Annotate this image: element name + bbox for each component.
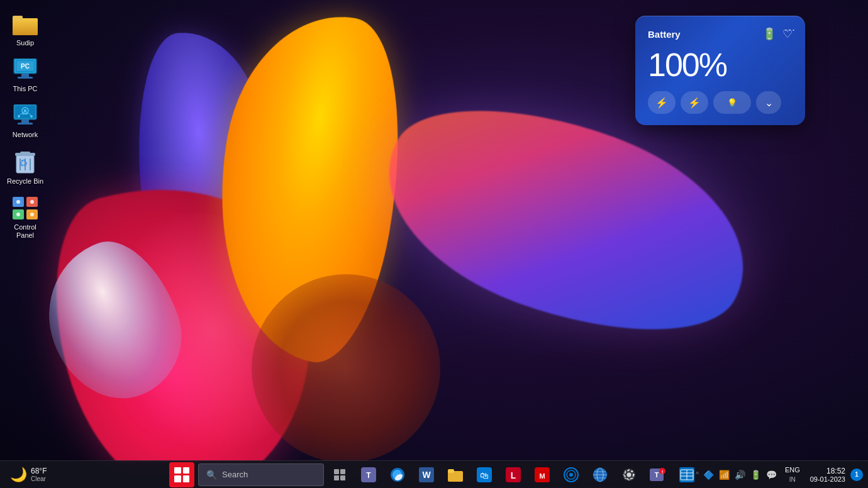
control-panel-icon bbox=[13, 196, 38, 221]
win-grid-tl bbox=[174, 467, 181, 474]
recycle-svg: ♻ bbox=[14, 150, 36, 174]
pc-svg: PC bbox=[13, 58, 38, 81]
brightness-button[interactable]: 💡 bbox=[713, 91, 751, 114]
svg-text:🛍: 🛍 bbox=[480, 470, 489, 480]
svg-text:L: L bbox=[511, 470, 516, 480]
win-grid-bl bbox=[174, 475, 181, 482]
weather-widget[interactable]: 🌙 68°F Clear bbox=[5, 464, 55, 485]
task-view-button[interactable] bbox=[326, 462, 353, 488]
taskbar-settings[interactable] bbox=[616, 462, 642, 488]
svg-point-35 bbox=[30, 213, 34, 216]
tray-icon-wifi[interactable]: 📶 bbox=[717, 467, 732, 482]
desktop-icon-sudip[interactable]: Sudip bbox=[0, 6, 50, 52]
battery-header-icon: 🔋 bbox=[762, 27, 776, 41]
taskbar-center: 🔍 Search T bbox=[168, 461, 700, 489]
widget-more-button[interactable]: ··· bbox=[784, 23, 796, 36]
folder-icon bbox=[13, 11, 38, 36]
start-button-grid bbox=[169, 462, 194, 487]
svg-point-62 bbox=[627, 472, 632, 477]
clock-date: 09-01-2023 bbox=[810, 475, 845, 483]
notification-badge[interactable]: 1 bbox=[850, 469, 863, 481]
desktop: Sudip PC This PC bbox=[0, 0, 868, 488]
desktop-icon-control-panel[interactable]: Control Panel bbox=[0, 191, 50, 245]
tray-icon-1[interactable]: 🔷 bbox=[701, 467, 716, 482]
taskbar-globe-browser[interactable] bbox=[587, 462, 613, 488]
svg-text:W: W bbox=[422, 470, 431, 480]
folder-svg bbox=[13, 13, 38, 35]
taskbar-edge[interactable] bbox=[384, 462, 411, 488]
svg-point-19 bbox=[18, 115, 20, 118]
clock-time: 18:52 bbox=[826, 467, 845, 475]
weather-condition: Clear bbox=[31, 475, 47, 482]
tray-icon-volume[interactable]: 🔊 bbox=[733, 467, 747, 482]
svg-rect-7 bbox=[18, 77, 33, 79]
svg-rect-36 bbox=[334, 469, 339, 474]
tray-icon-battery-tray[interactable]: 🔋 bbox=[748, 467, 763, 482]
outlook-icon bbox=[679, 467, 694, 482]
control-panel-svg bbox=[13, 197, 38, 219]
start-button[interactable] bbox=[168, 461, 196, 489]
svg-point-34 bbox=[16, 213, 20, 216]
search-icon: 🔍 bbox=[206, 470, 217, 480]
win-grid-tr bbox=[183, 467, 190, 474]
taskbar: 🌙 68°F Clear 🔍 Search bbox=[0, 460, 868, 488]
svg-text:M: M bbox=[539, 472, 545, 480]
svg-rect-38 bbox=[334, 475, 339, 480]
cortana-icon bbox=[564, 467, 579, 482]
svg-rect-46 bbox=[448, 469, 454, 473]
power-mode-button[interactable]: ⚡ bbox=[681, 91, 708, 114]
svg-text:PC: PC bbox=[21, 63, 30, 70]
taskbar-outlook[interactable] bbox=[674, 462, 700, 488]
svg-rect-2 bbox=[13, 16, 23, 21]
network-svg: 🖧 bbox=[13, 104, 38, 127]
battery-percentage: 100% bbox=[648, 46, 793, 84]
desktop-icon-recycle-bin-label: Recycle Bin bbox=[7, 177, 43, 186]
desktop-icon-network[interactable]: 🖧 Network bbox=[0, 98, 50, 144]
desktop-icon-sudip-label: Sudip bbox=[16, 39, 34, 47]
svg-text:♻: ♻ bbox=[19, 158, 28, 169]
pc-icon: PC bbox=[13, 57, 38, 82]
language-indicator[interactable]: ENG IN bbox=[780, 463, 805, 485]
svg-rect-37 bbox=[340, 469, 345, 474]
battery-saver-button[interactable]: ⚡ bbox=[648, 91, 676, 114]
win-grid-br bbox=[183, 475, 190, 482]
svg-rect-13 bbox=[18, 123, 33, 125]
svg-rect-6 bbox=[21, 74, 29, 77]
svg-point-33 bbox=[30, 200, 34, 204]
taskbar-teams-meet[interactable]: T bbox=[355, 462, 382, 488]
svg-rect-23 bbox=[20, 152, 30, 154]
svg-point-32 bbox=[16, 200, 20, 204]
expand-button[interactable]: ⌄ bbox=[756, 91, 781, 114]
weather-temp: 68°F bbox=[31, 467, 47, 475]
language-code: ENG bbox=[785, 466, 800, 474]
taskbar-cortana[interactable] bbox=[558, 462, 584, 488]
settings-icon bbox=[621, 467, 637, 482]
taskbar-mcafee[interactable]: M bbox=[529, 462, 555, 488]
task-view-icon bbox=[333, 469, 346, 481]
svg-text:T: T bbox=[366, 471, 371, 480]
taskbar-app-l[interactable]: L bbox=[500, 462, 526, 488]
network-icon: 🖧 bbox=[13, 103, 38, 128]
brightness-icon: 💡 bbox=[727, 98, 737, 108]
widget-header: Battery 🔋 ♡ bbox=[648, 27, 793, 41]
wallpaper-shape-red-back bbox=[252, 274, 440, 463]
svg-rect-12 bbox=[21, 119, 29, 123]
file-explorer-icon bbox=[448, 468, 463, 482]
taskbar-teams-activity[interactable]: T ! bbox=[645, 462, 671, 488]
taskbar-word[interactable]: W bbox=[413, 462, 440, 488]
svg-rect-39 bbox=[340, 475, 345, 480]
desktop-icons: Sudip PC This PC bbox=[0, 6, 50, 245]
search-bar[interactable]: 🔍 Search bbox=[198, 463, 324, 486]
desktop-icon-this-pc[interactable]: PC This PC bbox=[0, 52, 50, 98]
taskbar-store[interactable]: 🛍 bbox=[471, 462, 498, 488]
recycle-icon: ♻ bbox=[13, 150, 38, 175]
svg-point-55 bbox=[569, 473, 573, 477]
taskbar-file-explorer[interactable] bbox=[442, 462, 469, 488]
battery-widget: ··· Battery 🔋 ♡ 100% ⚡ ⚡ 💡 ⌄ bbox=[635, 16, 805, 125]
clock[interactable]: 18:52 09-01-2023 bbox=[806, 465, 849, 484]
widget-controls: ⚡ ⚡ 💡 ⌄ bbox=[648, 91, 793, 114]
desktop-icon-recycle-bin[interactable]: ♻ Recycle Bin bbox=[0, 145, 50, 191]
tray-icon-message[interactable]: 💬 bbox=[764, 467, 779, 482]
weather-icon: 🌙 bbox=[10, 467, 27, 483]
desktop-icon-control-panel-label: Control Panel bbox=[5, 223, 45, 240]
